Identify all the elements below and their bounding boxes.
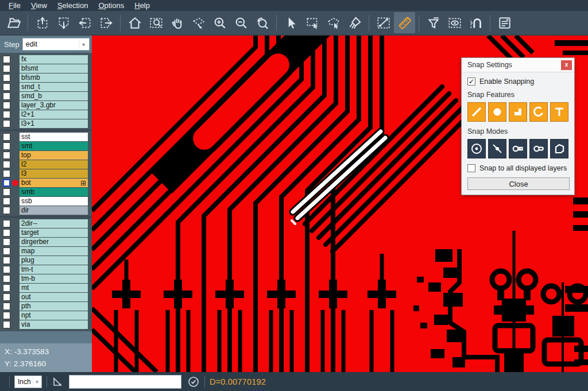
layer-name-cell[interactable]: via	[20, 320, 88, 329]
angle-corner-icon[interactable]	[52, 376, 63, 388]
unit-select[interactable]: Inch ▾	[14, 375, 42, 388]
toolbar-zoom-out-button[interactable]	[230, 12, 252, 33]
layer-row-smd_t[interactable]: smd_t	[0, 83, 92, 91]
snap-feature-arc-button[interactable]	[529, 102, 548, 122]
layer-visibility-checkbox[interactable]	[3, 170, 10, 177]
menu-view[interactable]: View	[26, 0, 52, 11]
layer-name-cell[interactable]: fx	[20, 55, 88, 64]
toolbar-ruler-button[interactable]	[394, 12, 415, 33]
layer-visibility-checkbox[interactable]	[3, 303, 10, 310]
layer-name-cell[interactable]: map	[20, 247, 88, 255]
layer-name-cell[interactable]: bfsmt	[20, 64, 88, 73]
layer-visibility-checkbox[interactable]	[3, 102, 10, 109]
dialog-title-bar[interactable]: Snap Settings x	[462, 58, 574, 72]
command-input[interactable]	[69, 375, 181, 389]
layer-row-dirgerber[interactable]: dirgerber	[0, 238, 92, 246]
toolbar-snap-button[interactable]	[465, 12, 486, 33]
layer-visibility-checkbox[interactable]	[3, 133, 10, 141]
snap-feature-surface-button[interactable]	[509, 102, 527, 122]
layer-name-cell[interactable]: smt	[20, 142, 88, 150]
layer-visibility-checkbox[interactable]	[3, 83, 10, 91]
layer-name-cell[interactable]: dirgerber	[20, 238, 88, 246]
layer-name-cell[interactable]: l3+1	[20, 119, 88, 128]
layer-row-sst[interactable]: sst	[0, 133, 92, 141]
layer-row-pth[interactable]: pth	[0, 302, 92, 311]
step-select[interactable]: edit ▾	[22, 38, 90, 51]
layer-visibility-checkbox[interactable]	[3, 238, 10, 246]
toolbar-zoom-in-button[interactable]	[209, 12, 230, 33]
layer-name-cell[interactable]: npt	[20, 311, 88, 320]
toolbar-show-selection-button[interactable]	[444, 12, 465, 33]
snap-mode-key-filled-button[interactable]	[509, 139, 527, 158]
close-button[interactable]: Close	[467, 177, 570, 190]
layer-visibility-checkbox[interactable]	[3, 312, 10, 319]
enable-snapping-row[interactable]: ✓ Enable Snapping	[467, 78, 568, 86]
layer-visibility-checkbox[interactable]	[3, 120, 10, 127]
toolbar-open-folder-button[interactable]	[3, 12, 24, 33]
layer-visibility-checkbox[interactable]	[3, 275, 10, 282]
layer-name-cell[interactable]: top	[20, 151, 88, 160]
layer-name-cell[interactable]: tm-b	[20, 274, 88, 283]
snap-mode-center-button[interactable]	[467, 139, 486, 158]
layer-row-tm-b[interactable]: tm-b	[0, 274, 92, 283]
toolbar-select-rect-button[interactable]	[301, 12, 323, 33]
layer-row-npt[interactable]: npt	[0, 311, 92, 320]
layer-name-cell[interactable]: 2dir--	[20, 219, 88, 228]
layer-visibility-checkbox[interactable]	[3, 266, 10, 273]
layer-name-cell[interactable]: ssb	[20, 197, 88, 206]
snap-feature-pad-button[interactable]	[488, 102, 506, 122]
layer-visibility-checkbox[interactable]	[3, 161, 10, 168]
toolbar-report-button[interactable]	[494, 12, 515, 33]
layer-row-mt[interactable]: mt	[0, 284, 92, 292]
layer-row-fx[interactable]: fx	[0, 55, 92, 64]
layer-name-cell[interactable]: tm-t	[20, 265, 88, 274]
layer-name-cell[interactable]: l2	[20, 160, 88, 169]
toolbar-pan-hand-button[interactable]	[167, 12, 188, 33]
layer-visibility-checkbox[interactable]	[3, 65, 10, 72]
snap-all-layers-checkbox[interactable]	[467, 164, 475, 172]
enable-snapping-checkbox[interactable]: ✓	[467, 78, 475, 86]
layer-visibility-checkbox[interactable]	[3, 111, 10, 118]
toolbar-select-arrow-button[interactable]	[280, 12, 301, 33]
layer-visibility-checkbox[interactable]	[3, 198, 10, 205]
layer-row-l2+1[interactable]: l2+1	[0, 110, 92, 119]
layer-row-bot[interactable]: bot⊞	[0, 179, 92, 187]
layer-name-cell[interactable]: bfsmb	[20, 73, 88, 82]
snap-feature-text-button[interactable]	[550, 102, 568, 122]
layer-name-cell[interactable]: smd_t	[20, 83, 88, 91]
toolbar-home-button[interactable]	[124, 12, 145, 33]
menu-file[interactable]: File	[3, 0, 26, 11]
apply-check-icon[interactable]	[187, 375, 200, 388]
layer-name-cell[interactable]: layer_3.gbr	[20, 101, 88, 110]
layer-row-l3+1[interactable]: l3+1	[0, 119, 92, 128]
layer-row-out[interactable]: out	[0, 293, 92, 301]
layer-row-top[interactable]: top	[0, 151, 92, 160]
layer-row-plug[interactable]: plug	[0, 256, 92, 265]
layer-row-layer_3.gbr[interactable]: layer_3.gbr	[0, 101, 92, 110]
snap-mode-midpoint-button[interactable]	[488, 139, 506, 158]
layer-row-2dir--[interactable]: 2dir--	[0, 219, 92, 228]
layer-name-cell[interactable]: smb	[20, 188, 88, 196]
snap-all-layers-row[interactable]: Snap to all displayed layers	[467, 164, 568, 172]
layer-visibility-checkbox[interactable]	[3, 284, 10, 292]
layer-name-cell[interactable]: mt	[20, 284, 88, 292]
layer-visibility-checkbox[interactable]	[3, 229, 10, 237]
layer-row-tm-t[interactable]: tm-t	[0, 265, 92, 274]
layer-row-dir[interactable]: dir	[0, 206, 92, 215]
layer-row-smt[interactable]: smt	[0, 142, 92, 150]
menu-options[interactable]: Options	[93, 0, 129, 11]
close-icon[interactable]: x	[561, 60, 572, 70]
layer-visibility-checkbox[interactable]	[3, 247, 10, 255]
snap-feature-line-button[interactable]	[467, 102, 486, 122]
layer-row-smd_b[interactable]: smd_b	[0, 92, 92, 100]
layer-visibility-checkbox[interactable]	[3, 220, 10, 227]
menu-help[interactable]: Help	[129, 0, 155, 11]
toolbar-pan-down-button[interactable]	[53, 12, 74, 33]
layer-visibility-checkbox[interactable]	[3, 179, 10, 187]
layer-name-cell[interactable]: sst	[20, 133, 88, 141]
layer-name-cell[interactable]: target	[20, 229, 88, 237]
snap-mode-key-outline-button[interactable]	[529, 139, 548, 158]
layer-row-map[interactable]: map	[0, 247, 92, 255]
layer-name-cell[interactable]: bot⊞	[20, 179, 88, 187]
layer-visibility-checkbox[interactable]	[3, 142, 10, 150]
